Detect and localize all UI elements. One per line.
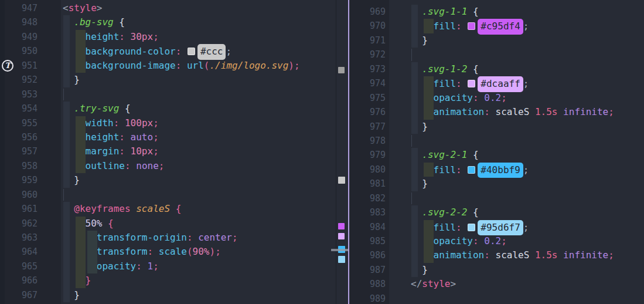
syntax-token[interactable]: { <box>108 218 114 229</box>
line-number[interactable]: 948 <box>11 15 38 29</box>
syntax-token[interactable]: : <box>176 46 182 57</box>
syntax-token[interactable]: .svg-2-1 <box>422 149 467 160</box>
syntax-token[interactable]: scale <box>159 246 187 257</box>
code-line[interactable]: background-color: #ccc; <box>63 44 231 59</box>
syntax-token[interactable]: : <box>125 160 131 171</box>
code-line-row[interactable]: 975 opacity: 0.2; <box>350 91 644 105</box>
code-line[interactable]: transform: scale(90%); <box>63 245 221 259</box>
syntax-token[interactable]: 10px <box>125 146 153 157</box>
syntax-token[interactable]: height <box>86 131 120 143</box>
line-number[interactable]: 963 <box>11 231 38 245</box>
line-number[interactable]: 976 <box>359 105 386 119</box>
line-number[interactable]: 973 <box>359 62 386 76</box>
color-hex-chip[interactable]: #40bbf9 <box>478 163 523 178</box>
syntax-token[interactable]: ; <box>159 160 165 171</box>
syntax-token[interactable]: : <box>176 60 182 71</box>
line-number[interactable]: 988 <box>359 277 386 291</box>
syntax-token[interactable]: : <box>187 232 193 243</box>
code-line-row[interactable]: 954 .try-svg { <box>0 102 349 116</box>
syntax-token[interactable]: : <box>484 106 490 117</box>
line-number[interactable]: 949 <box>11 30 38 44</box>
line-number[interactable]: 985 <box>359 234 386 248</box>
syntax-token[interactable]: 100px <box>119 117 153 129</box>
code-line-row[interactable]: 985 opacity: 0.2; <box>350 234 644 248</box>
syntax-token[interactable]: : <box>119 31 125 42</box>
syntax-token[interactable]: : <box>114 117 120 129</box>
syntax-token[interactable]: outline <box>86 160 125 171</box>
code-line-row[interactable]: 962 50% { <box>0 217 349 231</box>
code-line-row[interactable]: 982 <box>350 191 644 205</box>
syntax-token[interactable]: .svg-1-2 <box>422 63 467 75</box>
syntax-token[interactable] <box>114 16 120 28</box>
syntax-token[interactable]: scaleS <box>136 203 170 214</box>
syntax-token[interactable]: 1.5s <box>529 106 557 117</box>
syntax-token[interactable]: { <box>176 203 182 214</box>
line-number[interactable]: 981 <box>359 177 386 191</box>
line-number[interactable]: 954 <box>11 102 38 116</box>
line-number[interactable]: 950 <box>11 44 38 58</box>
code-line-row[interactable]: 965 opacity: 1; <box>0 259 349 273</box>
syntax-token[interactable]: { <box>473 207 479 218</box>
syntax-token[interactable]: transform <box>97 246 148 257</box>
color-hex-chip[interactable]: #ccc <box>197 44 226 59</box>
syntax-token[interactable]: none <box>131 160 159 171</box>
syntax-token[interactable] <box>467 207 473 218</box>
syntax-token[interactable]: } <box>74 289 80 300</box>
code-line-row[interactable]: 960 <box>0 188 349 202</box>
syntax-token[interactable]: : <box>473 92 479 103</box>
code-line-row[interactable]: 981 } <box>350 177 644 191</box>
syntax-token[interactable]: style <box>422 278 450 289</box>
line-number[interactable]: 961 <box>11 202 38 216</box>
code-line[interactable]: 50% { <box>63 217 114 231</box>
syntax-token[interactable]: ; <box>523 222 529 233</box>
line-number[interactable]: 965 <box>11 259 38 273</box>
syntax-token[interactable]: { <box>119 16 125 28</box>
syntax-token[interactable]: ; <box>153 131 159 143</box>
syntax-token[interactable]: { <box>473 6 479 17</box>
color-swatch[interactable] <box>188 48 195 55</box>
code-line-row[interactable]: 953 <box>0 87 349 102</box>
code-line[interactable]: animation: scaleS 1.5s infinite; <box>411 248 614 262</box>
syntax-token[interactable]: : <box>456 222 462 233</box>
syntax-token[interactable]: ; <box>153 261 159 272</box>
syntax-token[interactable]: ; <box>226 46 231 57</box>
syntax-token[interactable]: url <box>187 60 204 71</box>
line-number[interactable]: 977 <box>359 120 386 134</box>
syntax-token[interactable]: 0.2 <box>479 235 502 246</box>
syntax-token[interactable] <box>153 246 159 257</box>
line-number[interactable]: 962 <box>11 217 38 231</box>
syntax-token[interactable]: } <box>422 264 428 275</box>
syntax-token[interactable] <box>467 63 473 75</box>
syntax-token[interactable]: background-image <box>86 60 176 71</box>
code-line-row[interactable]: 984 fill: #95d6f7; <box>350 220 644 234</box>
color-swatch[interactable] <box>468 22 475 30</box>
syntax-token[interactable]: transform-origin <box>97 232 187 243</box>
code-line-row[interactable]: 966 } <box>0 273 349 288</box>
line-number[interactable]: 955 <box>11 116 38 130</box>
line-number[interactable]: 982 <box>359 191 386 205</box>
color-swatch[interactable] <box>468 166 475 174</box>
color-swatch[interactable] <box>468 80 475 87</box>
syntax-token[interactable]: .svg-1-1 <box>422 6 467 17</box>
syntax-token[interactable]: } <box>422 121 428 132</box>
line-number[interactable]: 986 <box>359 248 386 262</box>
line-number[interactable]: 951 <box>11 59 38 73</box>
line-number[interactable]: 975 <box>359 91 386 105</box>
syntax-token[interactable]: : <box>119 146 125 157</box>
syntax-token[interactable]: ; <box>523 78 529 89</box>
syntax-token[interactable]: fill <box>434 78 456 89</box>
line-number[interactable]: 960 <box>11 188 38 202</box>
line-number[interactable]: 987 <box>359 263 386 277</box>
syntax-token[interactable]: ; <box>501 235 507 246</box>
syntax-token[interactable]: </ <box>411 278 422 289</box>
code-line[interactable]: background-image: url(./img/logo.svg); <box>63 59 300 73</box>
syntax-token[interactable]: fill <box>434 164 456 175</box>
syntax-token[interactable]: } <box>422 35 428 46</box>
syntax-token[interactable] <box>102 218 108 229</box>
code-line-row[interactable]: 974 fill: #dcaaff; <box>350 76 644 90</box>
line-number[interactable]: 971 <box>359 33 386 48</box>
syntax-token[interactable] <box>467 6 473 17</box>
code-line[interactable]: @keyframes scaleS { <box>63 202 181 216</box>
line-number[interactable]: 957 <box>11 144 38 158</box>
line-number[interactable]: 952 <box>11 73 38 87</box>
